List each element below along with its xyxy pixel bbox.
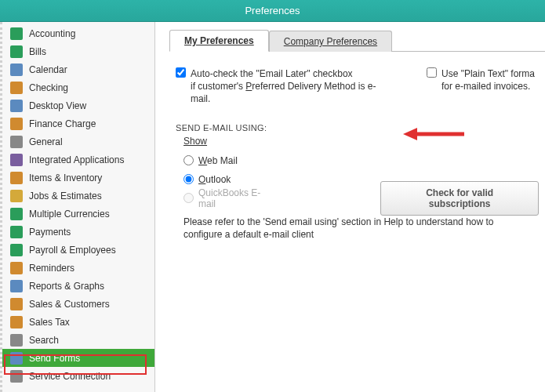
auto-check-email-later[interactable]: Auto-check the "Email Later" checkboxif … bbox=[176, 67, 380, 106]
sidebar-item-icon bbox=[10, 370, 23, 383]
sidebar-item-label: Send Forms bbox=[29, 353, 150, 364]
sidebar-item-label: Payroll & Employees bbox=[29, 245, 150, 256]
sidebar-item-payroll-employees[interactable]: Payroll & Employees bbox=[2, 241, 154, 259]
sidebar-item-icon bbox=[10, 334, 23, 347]
sidebar-item-icon bbox=[10, 280, 23, 292]
check-subscriptions-button[interactable]: Check for valid subscriptions bbox=[380, 181, 539, 216]
tab-my-preferences[interactable]: My Preferences bbox=[169, 30, 269, 52]
sidebar-item-reminders[interactable]: Reminders bbox=[2, 259, 154, 277]
sidebar-item-icon bbox=[10, 100, 23, 112]
sidebar-item-label: Sales & Customers bbox=[29, 299, 150, 310]
panel-body: Auto-check the "Email Later" checkboxif … bbox=[169, 52, 545, 248]
window-title: Preferences bbox=[0, 0, 545, 22]
plain-text-option[interactable]: Use "Plain Text" formafor e-mailed invoi… bbox=[427, 67, 535, 93]
sidebar-item-general[interactable]: General bbox=[2, 132, 154, 151]
sidebar-item-sales-tax[interactable]: Sales Tax bbox=[2, 313, 154, 331]
radio-webmail-input[interactable] bbox=[183, 155, 194, 165]
sidebar-item-icon bbox=[10, 45, 23, 58]
sidebar-item-icon bbox=[10, 136, 23, 148]
tab-company-preferences[interactable]: Company Preferences bbox=[269, 31, 392, 52]
sidebar-item-icon bbox=[10, 154, 23, 166]
radio-quickbooks-email-input bbox=[183, 193, 194, 203]
sidebar-item-sales-customers[interactable]: Sales & Customers bbox=[2, 295, 154, 313]
sidebar-item-icon bbox=[10, 118, 23, 130]
sidebar-item-label: Calendar bbox=[29, 64, 150, 75]
sidebar-item-icon bbox=[10, 82, 23, 94]
sidebar-item-multiple-currencies[interactable]: Multiple Currencies bbox=[2, 205, 154, 223]
sidebar-item-label: Bills bbox=[29, 46, 150, 57]
sidebar-item-label: Search bbox=[29, 335, 150, 346]
main-panel: My Preferences Company Preferences Auto-… bbox=[155, 22, 545, 392]
sidebar-item-payments[interactable]: Payments bbox=[2, 223, 154, 241]
sidebar-item-integrated-applications[interactable]: Integrated Applications bbox=[2, 151, 154, 169]
sidebar-item-icon bbox=[10, 226, 23, 238]
send-email-using-label: SEND E-MAIL USING: bbox=[176, 123, 539, 132]
radio-outlook-label: Outlook bbox=[198, 174, 231, 185]
auto-check-checkbox[interactable] bbox=[176, 67, 186, 78]
sidebar-item-icon bbox=[10, 64, 23, 76]
plain-text-label: Use "Plain Text" formafor e-mailed invoi… bbox=[441, 67, 535, 93]
sidebar-item-label: Accounting bbox=[29, 28, 150, 39]
sidebar-item-desktop-view[interactable]: Desktop View bbox=[2, 96, 154, 114]
sidebar-item-label: Sales Tax bbox=[29, 317, 150, 328]
sidebar-item-icon bbox=[10, 27, 23, 40]
radio-webmail-label: Web Mail bbox=[198, 155, 238, 166]
sidebar-item-checking[interactable]: Checking bbox=[2, 78, 154, 96]
sidebar-item-label: Items & Inventory bbox=[29, 172, 150, 183]
sidebar-item-icon bbox=[10, 190, 23, 202]
sidebar-item-label: Integrated Applications bbox=[29, 154, 150, 165]
sidebar-item-label: Reports & Graphs bbox=[29, 281, 150, 292]
auto-check-label: Auto-check the "Email Later" checkboxif … bbox=[191, 67, 380, 106]
sidebar-item-accounting[interactable]: Accounting bbox=[2, 24, 154, 42]
radio-outlook-input[interactable] bbox=[183, 174, 194, 184]
sidebar: AccountingBillsCalendarCheckingDesktop V… bbox=[0, 22, 155, 392]
send-email-group: Show Web Mail Outlook QuickBooks E-mail … bbox=[176, 136, 539, 242]
sidebar-item-send-forms[interactable]: Send Forms bbox=[2, 349, 154, 367]
sidebar-item-items-inventory[interactable]: Items & Inventory bbox=[2, 169, 154, 187]
show-label: Show bbox=[183, 136, 539, 147]
sidebar-item-icon bbox=[10, 244, 23, 256]
sidebar-item-label: Service Connection bbox=[29, 371, 150, 382]
sidebar-item-label: Checking bbox=[29, 82, 150, 93]
sidebar-item-reports-graphs[interactable]: Reports & Graphs bbox=[2, 277, 154, 295]
sidebar-item-jobs-estimates[interactable]: Jobs & Estimates bbox=[2, 187, 154, 205]
plain-text-checkbox[interactable] bbox=[427, 67, 437, 78]
sidebar-item-icon bbox=[10, 172, 23, 184]
sidebar-item-icon bbox=[10, 316, 23, 328]
sidebar-item-label: Multiple Currencies bbox=[29, 209, 150, 220]
sidebar-item-finance-charge[interactable]: Finance Charge bbox=[2, 114, 154, 132]
radio-quickbooks-email-label: QuickBooks E-mail bbox=[198, 187, 274, 209]
sidebar-item-service-connection[interactable]: Service Connection bbox=[2, 367, 154, 385]
sidebar-item-label: Jobs & Estimates bbox=[29, 191, 150, 201]
radio-webmail[interactable]: Web Mail bbox=[183, 151, 539, 170]
sidebar-item-icon bbox=[10, 208, 23, 220]
sidebar-item-label: Desktop View bbox=[29, 100, 150, 111]
sidebar-item-icon bbox=[10, 352, 23, 365]
top-checkboxes: Auto-check the "Email Later" checkboxif … bbox=[176, 67, 539, 106]
sidebar-list[interactable]: AccountingBillsCalendarCheckingDesktop V… bbox=[0, 22, 154, 392]
help-text: Please refer to the 'Send email using' s… bbox=[183, 216, 513, 242]
tabs: My Preferences Company Preferences bbox=[169, 30, 545, 52]
sidebar-item-search[interactable]: Search bbox=[2, 331, 154, 349]
sidebar-item-bills[interactable]: Bills bbox=[2, 42, 154, 60]
sidebar-item-calendar[interactable]: Calendar bbox=[2, 60, 154, 78]
sidebar-item-label: Finance Charge bbox=[29, 118, 150, 129]
sidebar-item-label: General bbox=[29, 136, 150, 147]
sidebar-item-icon bbox=[10, 298, 23, 310]
radio-quickbooks-email: QuickBooks E-mail Check for valid subscr… bbox=[183, 189, 539, 208]
content-area: AccountingBillsCalendarCheckingDesktop V… bbox=[0, 22, 545, 392]
sidebar-item-label: Reminders bbox=[29, 263, 150, 274]
sidebar-item-icon bbox=[10, 262, 23, 274]
sidebar-item-label: Payments bbox=[29, 227, 150, 238]
